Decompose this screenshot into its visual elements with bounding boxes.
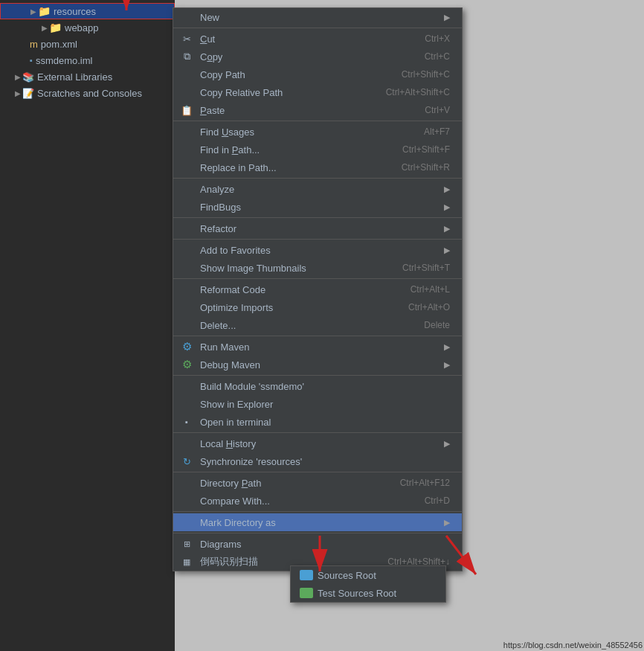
tree-item-label-scratches: Scratches and Consoles [37,88,142,99]
folder-icon-webapp: 📁 [49,22,62,33]
menu-item-debug-maven[interactable]: ⚙ Debug Maven ▶ [173,356,462,373]
menu-item-find-usages[interactable]: Find Usages Alt+F7 [173,123,462,141]
tree-item-iml[interactable]: ▪ ssmdemo.iml [0,52,175,68]
menu-item-local-history[interactable]: Local History ▶ [173,434,462,452]
menu-item-delete[interactable]: Delete... Delete [173,316,462,334]
menu-label-run-maven: Run Maven [200,341,439,353]
menu-item-find-in-path[interactable]: Find in Path... Ctrl+Shift+F [173,141,462,158]
separator-3 [173,178,462,179]
watermark: https://blog.csdn.net/weixin_48552456 [503,641,643,650]
menu-label-optimize-imports: Optimize Imports [200,302,393,313]
test-sources-icon [300,588,313,598]
submenu-arrow-findbugs: ▶ [444,202,450,212]
menu-item-paste[interactable]: 📋 Paste Ctrl+V [173,101,462,119]
tree-item-webapp[interactable]: ▶ 📁 webapp [0,19,175,36]
separator-1 [173,28,462,28]
menu-label-replace-in-path: Replace in Path... [200,162,387,173]
iml-file-icon: ▪ [30,56,33,65]
menu-item-copy-relative-path[interactable]: Copy Relative Path Ctrl+Alt+Shift+C [173,83,462,101]
menu-item-add-favorites[interactable]: Add to Favorites ▶ [173,241,462,259]
submenu-item-sources-root[interactable]: Sources Root [291,566,445,584]
menu-label-show-explorer: Show in Explorer [200,399,450,410]
menu-label-new: New [200,12,439,23]
menu-label-paste: Paste [200,105,410,116]
menu-label-open-terminal: Open in terminal [200,417,450,428]
separator-7 [173,336,462,336]
menu-label-delete: Delete... [200,320,409,331]
menu-item-reformat-code[interactable]: Reformat Code Ctrl+Alt+L [173,280,462,298]
context-menu: New ▶ ✂ Cut Ctrl+X ⧉ Copy Ctrl+C Copy Pa… [173,7,463,571]
menu-item-build-module[interactable]: Build Module 'ssmdemo' [173,377,462,395]
menu-item-new[interactable]: New ▶ [173,8,462,26]
tree-item-scratches[interactable]: ▶ 📝 Scratches and Consoles [0,85,175,101]
tree-item-external-libs[interactable]: ▶ 📚 External Libraries [0,68,175,85]
shortcut-directory-path: Ctrl+Alt+F12 [400,478,450,488]
menu-item-run-maven[interactable]: ⚙ Run Maven ▶ [173,338,462,356]
menu-label-copy: Copy [200,51,410,62]
menu-item-compare-with[interactable]: Compare With... Ctrl+D [173,492,462,510]
menu-label-analyze: Analyze [200,184,439,195]
submenu-label-test-sources-root: Test Sources Root [318,588,396,599]
tree-item-resources[interactable]: ▶ 📁 resources [0,3,175,19]
menu-item-analyze[interactable]: Analyze ▶ [173,180,462,198]
shortcut-compare-with: Ctrl+D [425,496,450,506]
sync-icon: ↻ [179,456,194,467]
menu-label-find-usages: Find Usages [200,126,409,138]
separator-9 [173,432,462,433]
menu-item-replace-in-path[interactable]: Replace in Path... Ctrl+Shift+R [173,158,462,176]
sources-root-icon [300,570,313,580]
menu-label-copy-path: Copy Path [200,69,387,80]
shortcut-copy: Ctrl+C [425,51,450,62]
menu-item-mark-directory-as[interactable]: Mark Directory as ▶ [173,513,462,531]
separator-4 [173,217,462,218]
menu-label-add-favorites: Add to Favorites [200,245,439,256]
menu-label-compare-with: Compare With... [200,496,410,507]
shortcut-find-in-path: Ctrl+Shift+F [402,144,450,155]
submenu-arrow-favorites: ▶ [444,246,450,255]
separator-11 [173,511,462,512]
menu-label-local-history: Local History [200,438,439,449]
submenu-arrow-local-history: ▶ [444,439,450,449]
menu-item-cut[interactable]: ✂ Cut Ctrl+X [173,30,462,48]
menu-label-build-module: Build Module 'ssmdemo' [200,381,450,392]
collapse-arrow: ▶ [30,7,36,16]
menu-item-copy-path[interactable]: Copy Path Ctrl+Shift+C [173,65,462,83]
submenu-arrow-mark-dir: ▶ [444,518,450,527]
menu-item-findbugs[interactable]: FindBugs ▶ [173,198,462,216]
paste-icon: 📋 [179,105,194,116]
shortcut-find-usages: Alt+F7 [424,126,450,137]
separator-8 [173,375,462,376]
shortcut-reformat-code: Ctrl+Alt+L [410,284,450,295]
terminal-icon: ▪ [179,417,194,426]
shortcut-replace-in-path: Ctrl+Shift+R [402,162,450,173]
library-icon: 📚 [22,71,34,83]
menu-label-diagrams: Diagrams [200,539,450,550]
menu-item-diagrams[interactable]: ⊞ Diagrams [173,535,462,553]
shortcut-copy-relative-path: Ctrl+Alt+Shift+C [386,87,450,97]
mark-directory-submenu: Sources Root Test Sources Root [290,565,446,603]
separator-12 [173,533,462,533]
shortcut-delete: Delete [424,320,450,330]
menu-label-directory-path: Directory Path [200,478,385,489]
menu-item-synchronize[interactable]: ↻ Synchronize 'resources' [173,452,462,470]
submenu-arrow-new: ▶ [444,13,450,22]
menu-item-show-explorer[interactable]: Show in Explorer [173,395,462,413]
menu-item-directory-path[interactable]: Directory Path Ctrl+Alt+F12 [173,474,462,492]
submenu-item-test-sources-root[interactable]: Test Sources Root [291,584,445,602]
copy-icon: ⧉ [179,51,194,62]
separator-10 [173,472,462,472]
menu-item-refactor[interactable]: Refactor ▶ [173,219,462,237]
tree-item-pom[interactable]: m pom.xml [0,36,175,52]
tree-item-label-libs: External Libraries [37,71,112,83]
menu-label-show-thumbnails: Show Image Thumbnails [200,263,387,274]
menu-item-optimize-imports[interactable]: Optimize Imports Ctrl+Alt+O [173,298,462,316]
submenu-arrow-run-maven: ▶ [444,342,450,352]
collapse-arrow-libs: ▶ [15,73,21,81]
menu-item-copy[interactable]: ⧉ Copy Ctrl+C [173,48,462,65]
separator-2 [173,121,462,121]
shortcut-cut: Ctrl+X [425,33,450,44]
menu-item-open-terminal[interactable]: ▪ Open in terminal [173,413,462,431]
menu-item-show-thumbnails[interactable]: Show Image Thumbnails Ctrl+Shift+T [173,259,462,277]
run-maven-icon: ⚙ [179,340,194,353]
shortcut-show-thumbnails: Ctrl+Shift+T [402,263,450,273]
